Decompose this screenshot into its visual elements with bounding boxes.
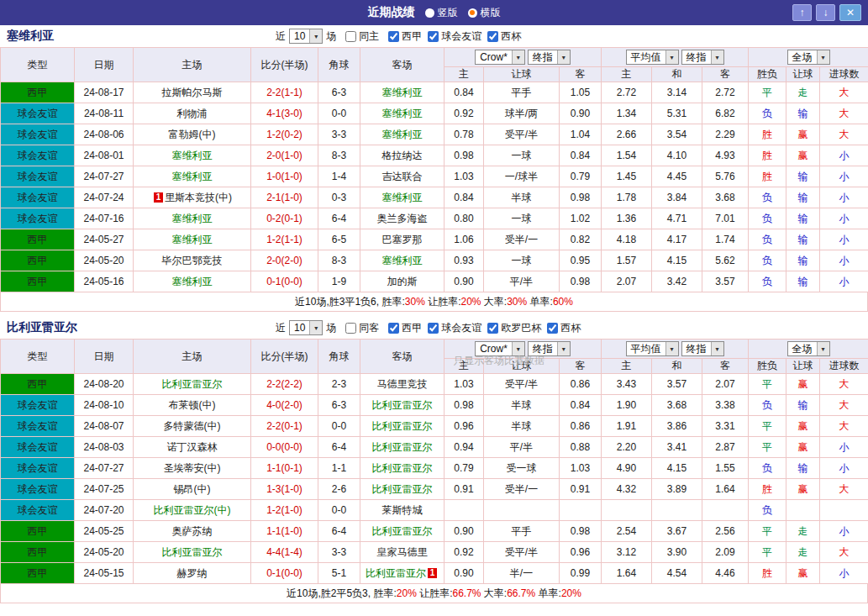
summary-stat-label: 单率: xyxy=(535,587,561,601)
asian-home-odds: 0.90 xyxy=(445,563,484,584)
asian-away-odds: 0.84 xyxy=(560,395,602,416)
move-down-button[interactable]: ↓ xyxy=(816,4,835,21)
league-checkbox[interactable]: 西杯 xyxy=(487,29,521,44)
league-checkbox-input[interactable] xyxy=(487,31,498,42)
match-date: 24-08-20 xyxy=(75,374,134,395)
radio-vertical-layout[interactable]: 竖版 xyxy=(425,6,458,20)
match-date: 24-05-27 xyxy=(75,229,134,250)
euro-odds-time-select[interactable]: 终指▾ xyxy=(681,50,724,65)
titlebar-center: 近期战绩 竖版 横版 xyxy=(368,5,501,20)
euro-draw-odds: 3.67 xyxy=(652,521,702,542)
league-checkbox-input[interactable] xyxy=(428,31,439,42)
euro-home-odds: 2.20 xyxy=(602,437,652,458)
corner-score: 6-5 xyxy=(318,229,360,250)
league-checkbox-input[interactable] xyxy=(388,31,399,42)
chevron-down-icon: ▾ xyxy=(817,50,829,64)
chevron-down-icon: ▾ xyxy=(711,342,723,355)
euro-bookmaker-select[interactable]: 平均值▾ xyxy=(626,50,679,65)
league-checkbox[interactable]: 欧罗巴杯 xyxy=(487,321,541,335)
goals-result xyxy=(820,500,868,521)
col-home: 主场 xyxy=(134,48,251,82)
euro-draw-odds xyxy=(652,500,702,521)
league-checkbox-input[interactable] xyxy=(487,323,498,334)
euro-odds-time-select[interactable]: 终指▾ xyxy=(681,341,724,356)
league-checkbox[interactable]: 西甲 xyxy=(388,29,422,44)
match-scope-select[interactable]: 全场▾ xyxy=(787,50,830,65)
table-header-row-groups: 类型 日期 主场 比分(半场) 角球 客场 Crow*▾ 终指▾ 平均值 xyxy=(1,48,868,67)
same-side-checkbox[interactable]: 同主 xyxy=(345,29,379,44)
league-checkbox-input[interactable] xyxy=(388,323,399,334)
col-type: 类型 xyxy=(1,340,75,374)
home-team-cell: 圣埃蒂安(中) xyxy=(134,458,251,479)
euro-away-odds: 3.68 xyxy=(702,187,749,208)
corner-score: 3-3 xyxy=(318,542,360,563)
league-checkbox[interactable]: 球会友谊 xyxy=(428,29,481,44)
match-scope-select[interactable]: 全场▾ xyxy=(787,341,830,356)
home-team-cell: 比利亚雷亚尔(中) xyxy=(134,500,251,521)
league-checkbox-input[interactable] xyxy=(547,323,558,334)
euro-draw-odds: 4.15 xyxy=(652,250,702,271)
asian-away-odds: 0.82 xyxy=(560,229,602,250)
home-team-cell: 多特蒙德(中) xyxy=(134,416,251,437)
move-up-button[interactable]: ↑ xyxy=(792,4,812,21)
recent-count-select[interactable]: 10 ▾ xyxy=(289,320,323,335)
away-team-name: 马德里竞技 xyxy=(377,378,428,390)
league-checkbox[interactable]: 西甲 xyxy=(388,321,422,335)
filter-bar: 近 10 ▾ 场 同主 西甲球会友谊西杯 xyxy=(276,25,521,47)
summary-stat-value: 60% xyxy=(553,296,573,308)
col-score: 比分(半场) xyxy=(251,48,318,82)
col-result: 胜负 xyxy=(749,359,786,374)
corner-score: 6-4 xyxy=(318,521,360,542)
asian-handicap xyxy=(484,500,560,521)
league-checkbox-label: 球会友谊 xyxy=(441,321,481,335)
euro-home-odds: 4.90 xyxy=(602,458,652,479)
league-checkbox[interactable]: 球会友谊 xyxy=(428,321,481,335)
filter-label-recent: 近 xyxy=(276,29,286,44)
recent-count-select[interactable]: 10 ▾ xyxy=(289,29,323,44)
team-section-sevilla: 塞维利亚 近 10 ▾ 场 同主 西甲球会友谊西杯 xyxy=(0,25,868,312)
asian-home-odds: 0.78 xyxy=(445,124,484,145)
summary-stat-label: 大率: xyxy=(481,295,508,309)
away-team-name: 比利亚雷亚尔 xyxy=(372,441,433,453)
section-title: 比利亚雷亚尔 xyxy=(7,320,77,335)
same-side-checkbox-input[interactable] xyxy=(345,323,356,334)
asian-handicap: 受半/一 xyxy=(484,229,560,250)
match-row: 西甲24-08-20比利亚雷亚尔2-2(2-2)2-3马德里竞技1.03受平/半… xyxy=(1,374,868,395)
away-team-cell: 比利亚雷亚尔 xyxy=(360,458,445,479)
radio-horizontal-layout[interactable]: 横版 xyxy=(468,6,501,20)
euro-draw-odds: 3.90 xyxy=(652,542,702,563)
match-score: 1-2(0-2) xyxy=(251,124,318,145)
asian-odds-time-select[interactable]: 终指▾ xyxy=(528,341,571,356)
asian-odds-time-select[interactable]: 终指▾ xyxy=(528,50,571,65)
away-team-cell: 比利亚雷亚尔 xyxy=(360,437,445,458)
filter-label-matches: 场 xyxy=(326,29,336,44)
asian-bookmaker-select[interactable]: Crow*▾ xyxy=(475,50,525,65)
home-team-name: 布莱顿(中) xyxy=(169,399,216,411)
home-team-cell: 塞维利亚 xyxy=(134,229,251,250)
summary-line: 近10场,胜2平5负3, 胜率:20% 让胜率:66.7% 大率:66.7% 单… xyxy=(0,584,868,603)
corner-score: 6-4 xyxy=(318,437,360,458)
asian-home-odds: 0.80 xyxy=(445,208,484,229)
league-checkbox-input[interactable] xyxy=(428,323,439,334)
away-team-name: 比利亚雷亚尔 xyxy=(372,399,433,411)
away-team-name: 塞维利亚 xyxy=(382,129,423,140)
same-side-checkbox-input[interactable] xyxy=(345,31,356,42)
same-side-checkbox[interactable]: 同客 xyxy=(345,321,379,335)
asian-away-odds: 0.86 xyxy=(560,374,602,395)
corner-score: 0-0 xyxy=(318,416,360,437)
close-button[interactable]: ✕ xyxy=(839,4,861,21)
result-group-header: 全场▾ xyxy=(749,48,868,67)
handicap-result: 赢 xyxy=(786,416,820,437)
league-checkbox[interactable]: 西杯 xyxy=(547,321,581,335)
asian-bookmaker-select[interactable]: Crow*▾ xyxy=(475,341,525,356)
goals-result: 大 xyxy=(820,416,868,437)
goals-result: 小 xyxy=(820,187,868,208)
corner-score: 5-1 xyxy=(318,563,360,584)
away-team-name: 比利亚雷亚尔 xyxy=(372,462,433,474)
goals-result: 小 xyxy=(820,458,868,479)
match-date: 24-05-20 xyxy=(75,250,134,271)
chevron-down-icon: ▾ xyxy=(665,342,678,355)
home-team-cell: 奥萨苏纳 xyxy=(134,521,251,542)
results-table: 类型 日期 主场 比分(半场) 角球 客场 Crow*▾ 终指▾ 平均值 xyxy=(0,339,868,584)
euro-bookmaker-select[interactable]: 平均值▾ xyxy=(626,341,679,356)
